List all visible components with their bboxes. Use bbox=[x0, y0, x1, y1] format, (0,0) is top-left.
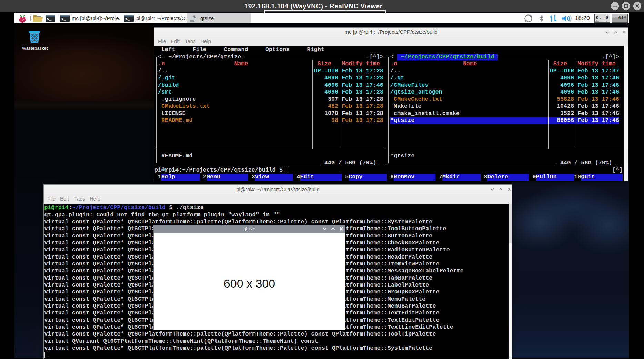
svg-text:>_: >_ bbox=[61, 17, 66, 21]
svg-text:>_: >_ bbox=[125, 17, 130, 21]
svg-text:>_: >_ bbox=[47, 17, 52, 21]
